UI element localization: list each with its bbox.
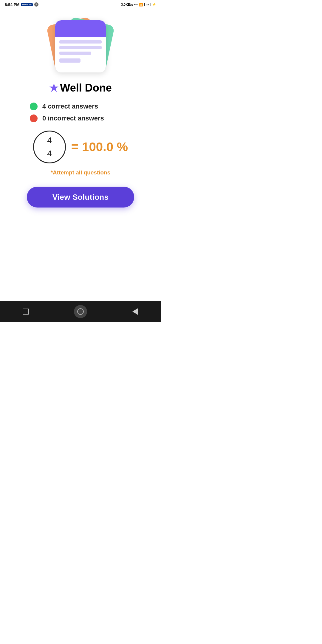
card-front-lines [55,37,106,66]
equals-percent: = 100.0 % [71,140,128,154]
home-circle-icon [74,305,87,318]
correct-dot [30,103,38,110]
incorrect-stat-label: 0 incorrect answers [42,114,104,122]
correct-count: 4 [42,103,46,110]
nav-home-button[interactable] [74,305,87,318]
charging-icon: ⚡ [152,3,156,7]
fraction-line [41,147,58,147]
incorrect-label-text: incorrect answers [48,114,104,122]
yono-badge: YONO SBI [21,3,33,6]
wifi-icon: 📶 [139,3,143,7]
p-icon: P [34,2,38,7]
star-icon: ★ [49,82,58,94]
correct-label-text: correct answers [48,103,98,110]
correct-stat-label: 4 correct answers [42,103,98,110]
triangle-icon [132,308,138,315]
incorrect-dot [30,114,38,122]
signal-icons: ▪▪▪ [134,3,138,6]
card-line-3 [59,52,91,55]
square-icon [23,309,29,315]
incorrect-stat-row: 0 incorrect answers [30,114,131,122]
fraction-section: 4 4 = 100.0 % [33,131,128,163]
flashcard-illustration [48,15,113,75]
card-line-2 [59,46,102,49]
score-stats: 4 correct answers 0 incorrect answers [30,103,131,122]
correct-stat-row: 4 correct answers [30,103,131,110]
fraction-denominator: 4 [47,148,52,159]
status-left: 8:54 PM YONO SBI P [5,2,38,7]
card-line-4 [59,58,80,63]
fraction-numerator: 4 [47,135,52,145]
network-speed: 3.0KB/s [121,3,133,6]
card-front-header [55,20,106,37]
nav-back-button[interactable] [23,309,29,315]
attempt-note: *Attempt all questions [51,169,111,176]
nav-recents-button[interactable] [132,308,138,315]
time-display: 8:54 PM [5,2,19,7]
battery-icon: 10 [144,3,151,6]
status-bar: 8:54 PM YONO SBI P 3.0KB/s ▪▪▪ 📶 10 ⚡ [0,0,161,9]
well-done-text: Well Done [60,82,112,94]
well-done-title: ★ Well Done [49,82,112,94]
fraction-circle: 4 4 [33,131,66,163]
home-circle-inner [77,308,84,315]
card-line-1 [59,40,102,44]
incorrect-count: 0 [42,114,46,122]
status-right: 3.0KB/s ▪▪▪ 📶 10 ⚡ [121,3,156,7]
main-content: ★ Well Done 4 correct answers 0 incorrec… [0,9,161,301]
bottom-nav [0,301,161,322]
card-front [55,20,106,72]
view-solutions-button[interactable]: View Solutions [27,187,134,208]
